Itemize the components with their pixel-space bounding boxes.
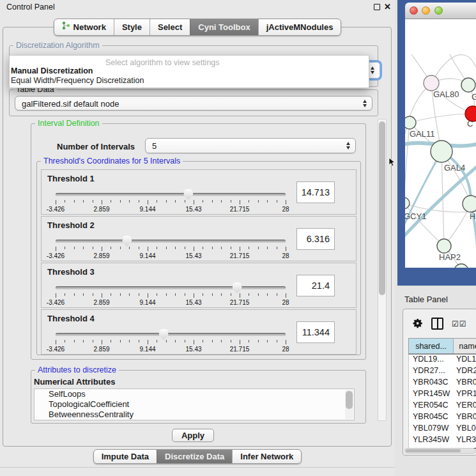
- table-row[interactable]: YBR045CYBR04: [409, 412, 476, 424]
- tab-cyni-toolbox[interactable]: Cyni Toolbox: [190, 19, 257, 35]
- threshold-slider[interactable]: -3.4262.8599.14415.4321.71528: [56, 189, 286, 213]
- gear-icon[interactable]: [412, 318, 424, 332]
- table-data-combobox[interactable]: galFiltered.sif default node: [15, 96, 372, 111]
- network-node-green[interactable]: [463, 196, 476, 212]
- dropdown-option-equal-width-frequency-discretization[interactable]: Equal Width/Frequency Discretization: [11, 76, 144, 85]
- slider-track[interactable]: [56, 286, 286, 289]
- tab-infer-network[interactable]: Infer Network: [232, 450, 301, 463]
- tab-select[interactable]: Select: [150, 19, 190, 35]
- right-column: GAL80GACGAL11GAL4GCY1HHAP2 Table Panel ☑…: [395, 0, 476, 476]
- attribute-item-topologicalcoefficient[interactable]: TopologicalCoefficient: [35, 399, 354, 410]
- network-node-green[interactable]: [431, 141, 452, 162]
- tick-label: 2.859: [93, 346, 109, 353]
- tick-mark: [65, 200, 65, 203]
- tick-mark: [194, 293, 194, 298]
- attribute-item-selfloops[interactable]: SelfLoops: [35, 389, 354, 399]
- slider-track[interactable]: [56, 193, 286, 196]
- numerical-attributes-list[interactable]: SelfLoopsTopologicalCoefficientBetweenne…: [34, 388, 355, 420]
- table-cell: YDL19...: [409, 355, 454, 366]
- slider-thumb[interactable]: [233, 282, 242, 293]
- tick-mark: [111, 200, 111, 203]
- column-header-name[interactable]: name: [454, 339, 476, 353]
- table-row[interactable]: YDL19...YDL19: [409, 355, 476, 366]
- network-canvas[interactable]: GAL80GACGAL11GAL4GCY1HHAP2: [405, 19, 476, 268]
- network-node-green[interactable]: [437, 239, 451, 253]
- zoom-traffic-light-icon[interactable]: [434, 6, 443, 15]
- tick-mark: [203, 247, 203, 249]
- tick-label: 15.43: [185, 252, 201, 259]
- network-node-green[interactable]: [405, 197, 410, 209]
- tick-label: 9.144: [139, 206, 155, 213]
- column-header-shared-[interactable]: shared...: [409, 339, 454, 353]
- threshold-value-field[interactable]: 11.344: [296, 321, 335, 343]
- close-traffic-light-icon[interactable]: [410, 6, 418, 15]
- scrollbar-thumb[interactable]: [346, 391, 353, 409]
- network-edge[interactable]: [410, 114, 473, 123]
- threshold-value-field[interactable]: 21.4: [296, 275, 335, 296]
- table-row[interactable]: YLR345WYLR34: [409, 435, 476, 447]
- threshold-value-field[interactable]: 14.713: [296, 181, 335, 203]
- network-node-green[interactable]: [405, 116, 416, 129]
- slider-thumb[interactable]: [183, 189, 193, 200]
- threshold-label: Threshold 3: [47, 267, 95, 277]
- tick-mark: [111, 247, 111, 249]
- table-row[interactable]: YBL079WYBL07: [409, 424, 476, 435]
- tick-mark: [267, 293, 268, 296]
- table-horizontal-scrollbar[interactable]: [404, 448, 476, 454]
- tick-mark: [185, 200, 185, 203]
- dropdown-option-manual-discretization[interactable]: Manual Discretization: [11, 66, 93, 75]
- slider-track[interactable]: [56, 333, 286, 336]
- slider-ticks: [56, 293, 286, 299]
- table-row[interactable]: YPR145WYPR14: [409, 389, 476, 401]
- number-of-intervals-combobox[interactable]: 5: [145, 138, 356, 153]
- slider-thumb[interactable]: [122, 236, 132, 247]
- threshold-slider[interactable]: -3.4262.8599.14415.4321.71528: [56, 329, 286, 353]
- table-row[interactable]: YER054CYER05: [409, 401, 476, 412]
- tick-label: 2.859: [93, 299, 109, 306]
- attributes-list-scrollbar[interactable]: [345, 390, 353, 419]
- tick-mark: [166, 340, 167, 342]
- checkbox-select-icons[interactable]: ☑☑: [452, 319, 467, 328]
- tick-mark: [74, 247, 75, 249]
- minimize-traffic-light-icon[interactable]: [422, 6, 430, 15]
- slider-tick-labels: -3.4262.8599.14415.4321.71528: [56, 346, 286, 353]
- tick-mark: [240, 293, 240, 298]
- table-cell: YDL19: [454, 355, 476, 366]
- float-window-icon[interactable]: [374, 4, 380, 10]
- tab-discretize-data[interactable]: Discretize Data: [157, 450, 232, 463]
- apply-button[interactable]: Apply: [172, 429, 214, 442]
- panel-vertical-scrollbar[interactable]: [378, 119, 387, 421]
- tick-label: 28: [282, 299, 289, 306]
- network-edge[interactable]: [405, 123, 410, 203]
- slider-track[interactable]: [56, 240, 286, 243]
- network-window-titlebar[interactable]: [405, 3, 476, 19]
- attribute-item-betweennesscentrality[interactable]: BetweennessCentrality: [35, 410, 354, 420]
- table-row[interactable]: YDR27...YDR27: [409, 366, 476, 378]
- scrollbar-thumb[interactable]: [379, 121, 385, 295]
- threshold-value-field[interactable]: 6.316: [296, 228, 335, 250]
- scrollbar-thumb[interactable]: [406, 449, 461, 452]
- tick-mark: [175, 200, 176, 203]
- tick-mark: [240, 340, 240, 344]
- attribute-items: SelfLoopsTopologicalCoefficientBetweenne…: [35, 389, 354, 420]
- threshold-slider[interactable]: -3.4262.8599.14415.4321.71528: [56, 236, 286, 260]
- network-node-green[interactable]: [461, 78, 475, 92]
- threshold-slider[interactable]: -3.4262.8599.14415.4321.71528: [56, 282, 286, 307]
- tick-mark: [148, 293, 148, 298]
- tab-impute-data[interactable]: Impute Data: [94, 450, 157, 463]
- tick-mark: [212, 293, 213, 296]
- tick-mark: [56, 293, 56, 298]
- top-tab-group: NetworkStyleSelectCyni ToolboxjActiveMNo…: [54, 19, 342, 36]
- tab-jactivemnodules[interactable]: jActiveMNodules: [258, 19, 341, 35]
- slider-thumb[interactable]: [159, 329, 169, 340]
- close-icon[interactable]: ✕: [384, 2, 391, 12]
- tick-mark: [56, 200, 56, 204]
- tab-network[interactable]: Network: [54, 19, 114, 35]
- columns-icon[interactable]: [431, 318, 443, 330]
- network-node-green[interactable]: [454, 264, 468, 268]
- network-node-pink[interactable]: [424, 75, 439, 91]
- tick-mark: [277, 340, 277, 342]
- table-row[interactable]: YBR043CYBR04: [409, 378, 476, 389]
- tick-label: 21.715: [230, 252, 250, 259]
- tab-style[interactable]: Style: [114, 19, 150, 35]
